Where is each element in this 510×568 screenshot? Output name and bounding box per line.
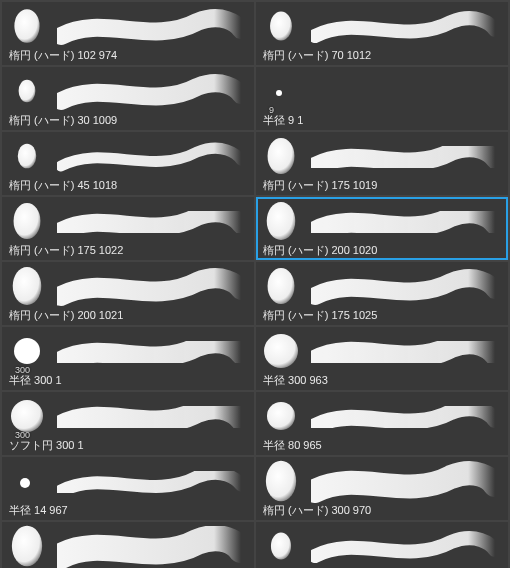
brush-item[interactable]: 楕円 (ハード) 175 1022 [2, 197, 254, 260]
brush-label: 楕円 (ハード) 70 1012 [263, 48, 501, 62]
svg-point-2 [19, 80, 36, 102]
svg-point-1 [270, 11, 292, 40]
brush-stroke-icon [57, 201, 247, 243]
brush-tip-icon [9, 200, 53, 244]
brush-item[interactable]: 楕円 (ハード) 30 1009 [2, 67, 254, 130]
brush-preview [263, 461, 501, 503]
brush-preview [9, 266, 247, 308]
svg-point-11 [264, 334, 298, 368]
brush-preview: 300 [9, 396, 247, 438]
brush-tip-icon [263, 200, 307, 244]
brush-item[interactable]: 楕円 (ハード) 200 1021 [2, 262, 254, 325]
brush-stroke-icon [57, 71, 247, 113]
brush-tip-icon [9, 135, 53, 179]
brush-label: 楕円 (ハード) 102 974 [9, 48, 247, 62]
brush-tip-icon [263, 525, 307, 568]
svg-point-12 [11, 400, 43, 432]
svg-point-16 [12, 526, 42, 566]
brush-label: 半径 9 1 [263, 113, 501, 127]
brush-item[interactable]: 楕円 (ハード) 600 1013 [2, 522, 254, 568]
brush-preview [9, 201, 247, 243]
brush-stroke-icon [311, 6, 501, 48]
brush-stroke-icon [311, 461, 501, 503]
brush-size-badge: 300 [15, 365, 30, 375]
brush-preview [9, 71, 247, 113]
svg-point-9 [268, 268, 295, 304]
brush-label: 楕円 (ハード) 200 1021 [9, 308, 247, 322]
brush-stroke-icon [57, 396, 247, 438]
svg-point-14 [20, 478, 30, 488]
brush-stroke-icon [57, 6, 247, 48]
brush-size-badge: 300 [15, 430, 30, 440]
brush-item[interactable]: 楕円 (ハード) 175 1025 [256, 262, 508, 325]
brush-preview: 9 [263, 71, 501, 113]
brush-preview [263, 266, 501, 308]
brush-preview [263, 396, 501, 438]
brush-stroke-icon [311, 266, 501, 308]
brush-tip-icon: 9 [263, 70, 307, 114]
svg-point-6 [14, 203, 41, 239]
brush-grid: 楕円 (ハード) 102 974 楕円 (ハード) 70 1012 楕円 (ハー… [0, 0, 510, 568]
brush-label: 楕円 (ハード) 175 1019 [263, 178, 501, 192]
brush-tip-icon: 300 [9, 330, 53, 374]
brush-label: 半径 14 967 [9, 503, 247, 517]
svg-point-0 [14, 9, 39, 43]
brush-item[interactable]: 楕円 (ハード) 102 974 [2, 2, 254, 65]
brush-tip-icon [9, 5, 53, 49]
svg-point-8 [13, 267, 42, 305]
brush-preview [9, 6, 247, 48]
svg-point-7 [267, 202, 296, 240]
brush-item[interactable]: 半径 14 967 [2, 457, 254, 520]
brush-tip-icon [263, 5, 307, 49]
brush-label: 半径 300 963 [263, 373, 501, 387]
svg-point-15 [266, 461, 296, 501]
brush-tip-icon [9, 525, 53, 568]
brush-preview [9, 136, 247, 178]
brush-preview [263, 331, 501, 373]
brush-label: ソフト円 300 1 [9, 438, 247, 452]
brush-stroke-icon [57, 331, 247, 373]
brush-label: 半径 80 965 [263, 438, 501, 452]
svg-point-10 [14, 338, 40, 364]
brush-stroke-icon [311, 526, 501, 568]
brush-tip-icon [263, 460, 307, 504]
brush-item[interactable]: 楕円 (ハード) 175 1019 [256, 132, 508, 195]
brush-tip-icon [263, 330, 307, 374]
brush-item[interactable]: 半径 80 965 [256, 392, 508, 455]
brush-item[interactable]: 楕円 (ハード) 45 1018 [2, 132, 254, 195]
brush-tip-icon [9, 70, 53, 114]
brush-item[interactable]: 半径 300 963 [256, 327, 508, 390]
brush-item[interactable]: 楕円 (ハード) 50 1018 [256, 522, 508, 568]
brush-item[interactable]: 楕円 (ハード) 70 1012 [256, 2, 508, 65]
brush-preview [263, 6, 501, 48]
brush-label: 楕円 (ハード) 45 1018 [9, 178, 247, 192]
brush-preview: 300 [9, 331, 247, 373]
brush-label: 楕円 (ハード) 30 1009 [9, 113, 247, 127]
brush-preview [263, 201, 501, 243]
brush-tip-icon [9, 460, 53, 504]
brush-label: 楕円 (ハード) 175 1022 [9, 243, 247, 257]
brush-stroke-icon [57, 266, 247, 308]
brush-stroke-icon [311, 396, 501, 438]
brush-stroke-icon [311, 201, 501, 243]
brush-label: 楕円 (ハード) 300 970 [263, 503, 501, 517]
brush-item[interactable]: 9半径 9 1 [256, 67, 508, 130]
brush-stroke-icon [57, 136, 247, 178]
brush-item[interactable]: 300 ソフト円 300 1 [2, 392, 254, 455]
svg-point-5 [268, 138, 295, 174]
brush-preview [9, 461, 247, 503]
brush-stroke-icon [311, 71, 501, 113]
brush-label: 楕円 (ハード) 200 1020 [263, 243, 501, 257]
brush-stroke-icon [57, 461, 247, 503]
brush-size-badge: 9 [269, 105, 274, 115]
brush-item[interactable]: 楕円 (ハード) 300 970 [256, 457, 508, 520]
brush-preview [263, 526, 501, 568]
brush-tip-icon [263, 265, 307, 309]
brush-stroke-icon [57, 526, 247, 568]
brush-tip-icon [9, 265, 53, 309]
svg-point-13 [267, 402, 295, 430]
brush-preview [263, 136, 501, 178]
brush-item[interactable]: 楕円 (ハード) 200 1020 [256, 197, 508, 260]
brush-item[interactable]: 300 半径 300 1 [2, 327, 254, 390]
brush-stroke-icon [311, 136, 501, 178]
